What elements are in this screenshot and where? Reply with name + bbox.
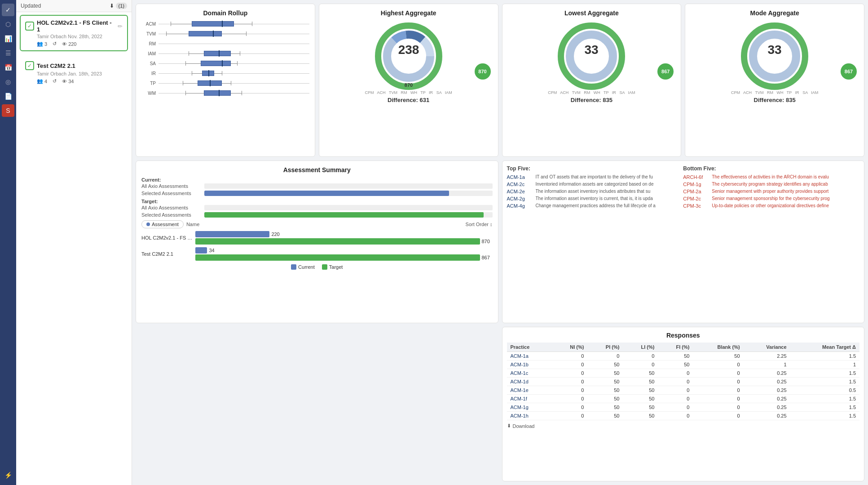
content-grid: Domain Rollup ACM TVM — [132, 0, 868, 485]
top-text: IT and OT assets that are important to t… — [536, 174, 683, 179]
top-five-row: ACM-4g Change management practices addre… — [507, 203, 683, 209]
whisker-left — [189, 53, 204, 54]
all-axio-current-label: All Axio Assessments — [141, 183, 204, 189]
sidebar-header-title: Updated — [21, 3, 41, 9]
domain-row-ir: IR — [141, 70, 309, 77]
domain-label: IR — [141, 71, 156, 76]
tick-left — [185, 91, 186, 95]
top-five-title: Top Five: — [507, 165, 683, 172]
box-plot-median — [222, 21, 223, 27]
legend-target-dot — [322, 264, 327, 270]
legend-current-dot — [291, 264, 296, 270]
assessment-summary-title: Assessment Summary — [141, 166, 493, 174]
bottom-code: CPM-1g — [683, 182, 710, 187]
domain-bar-area — [159, 89, 309, 97]
value-cell: 50 — [623, 386, 658, 395]
practice-cell: ACM-1h — [507, 412, 552, 420]
selected-target-row: Selected Assessments — [141, 212, 493, 218]
nav-icon-chart[interactable]: 📊 — [2, 32, 14, 45]
score-icon-1: 👁 — [62, 41, 67, 47]
lowest-aggregate-title: Lowest Aggregate — [508, 9, 676, 17]
toggle-assessment-btn[interactable]: Assessment — [141, 220, 184, 228]
practice-cell: ACM-1c — [507, 369, 552, 378]
left-navigation: ✓ ⬡ 📊 ☰ 📅 ◎ 📄 S ⚡ — [0, 0, 16, 485]
whisker-left — [171, 24, 192, 24]
current-bar — [195, 231, 269, 237]
sort-order-btn[interactable]: Sort Order ↕ — [466, 222, 493, 227]
history-icon-1: ↺ — [53, 41, 57, 47]
whisker-left — [185, 63, 201, 64]
bottom-code: CPM-2c — [683, 196, 710, 201]
top-text: Inventoried information assets are categ… — [536, 182, 683, 187]
nav-icon-menu[interactable]: ☰ — [2, 47, 14, 59]
value-cell: 0 — [551, 369, 587, 378]
domain-rollup-card: Domain Rollup ACM TVM — [136, 4, 315, 157]
sidebar-item-1[interactable]: ✓ HOL C2M2v2.1 - FS Client - 1 ✏ Tamir O… — [20, 15, 128, 51]
mode-aggregate-card: Mode Aggregate 33 867 CPM ACH TVM RM WH … — [685, 4, 864, 157]
top-five-row: ACM-2c Inventoried information assets ar… — [507, 182, 683, 187]
box-plot-median — [219, 50, 220, 57]
target-bar — [195, 254, 480, 261]
box-plot-box — [192, 21, 234, 26]
top-five-rows: ACM-1a IT and OT assets that are importa… — [507, 174, 683, 209]
responses-col-header: LI (%) — [623, 343, 658, 352]
value-cell: 0 — [551, 378, 587, 386]
bottom-text: The effectiveness of activities in the A… — [712, 174, 859, 179]
current-bar-row: 34 — [195, 247, 493, 254]
legend-current: Current — [291, 264, 315, 270]
domain-bar-area — [159, 50, 309, 57]
value-cell: 50 — [587, 378, 623, 386]
box-plot — [159, 20, 309, 27]
bottom-five-row: CPM-3c Up-to-date policies or other orga… — [683, 203, 859, 209]
practice-cell: ACM-1a — [507, 352, 552, 360]
domain-label: RM — [141, 41, 156, 46]
comparison-bars: 34 867 — [195, 247, 493, 261]
nav-icon-circle[interactable]: ◎ — [2, 76, 14, 88]
selected-current-label: Selected Assessments — [141, 191, 204, 196]
domain-bar-area — [159, 30, 309, 37]
table-row: ACM-1g05050000.251.5 — [507, 403, 860, 412]
nav-icon-check[interactable]: ✓ — [2, 4, 14, 16]
nav-icon-dollar[interactable]: S — [2, 104, 14, 117]
bottom-text: Senior management with proper authority … — [712, 189, 859, 194]
value-cell: 50 — [587, 412, 623, 420]
practice-cell: ACM-1b — [507, 360, 552, 369]
value-cell: 50 — [587, 386, 623, 395]
sidebar-item-2[interactable]: ✓ Test C2M2 2.1 Tamir Orbach Jan. 18th, … — [20, 57, 128, 89]
nav-icon-hexagon[interactable]: ⬡ — [2, 18, 14, 31]
legend-target: Target — [322, 264, 343, 270]
value-cell: 1 — [790, 360, 859, 369]
nav-icon-lightning[interactable]: ⚡ — [2, 469, 14, 481]
value-cell: 0 — [693, 378, 743, 386]
value-cell: 2.25 — [744, 352, 790, 360]
value-cell: 0 — [658, 369, 693, 378]
value-cell: 1.5 — [790, 352, 859, 360]
selected-current-bar — [204, 191, 493, 196]
domain-label: SA — [141, 61, 156, 66]
lowest-outer-badge: 867 — [657, 63, 674, 80]
item-meta-1: Tamir Orbach Nov. 28th, 2022 — [37, 34, 123, 39]
domain-label: TP — [141, 81, 156, 86]
download-row[interactable]: ⬇ Download — [507, 423, 860, 429]
item-edit-1[interactable]: ✏ — [118, 23, 123, 30]
tick-right — [240, 51, 240, 56]
value-cell: 0.25 — [744, 378, 790, 386]
practice-cell: ACM-1f — [507, 395, 552, 403]
download-label: Download — [513, 423, 535, 429]
legend-row: Current Target — [141, 264, 493, 270]
box-plot-line — [159, 44, 309, 44]
domain-row-wm: WM — [141, 89, 309, 97]
toggle-name-label: Name — [186, 222, 199, 227]
value-cell: 1.5 — [790, 412, 859, 420]
nav-icon-calendar[interactable]: 📅 — [2, 61, 14, 74]
top-text: The information asset inventory includes… — [536, 189, 683, 194]
domain-row-acm: ACM — [141, 20, 309, 27]
value-cell: 0 — [623, 352, 658, 360]
box-plot-median — [222, 60, 223, 67]
box-plot-median — [213, 31, 214, 37]
item-check-1: ✓ — [25, 22, 34, 31]
box-plot-box — [201, 61, 231, 66]
top-text: Change management practices address the … — [536, 203, 683, 208]
box-plot — [159, 70, 309, 77]
nav-icon-document[interactable]: 📄 — [2, 90, 14, 102]
